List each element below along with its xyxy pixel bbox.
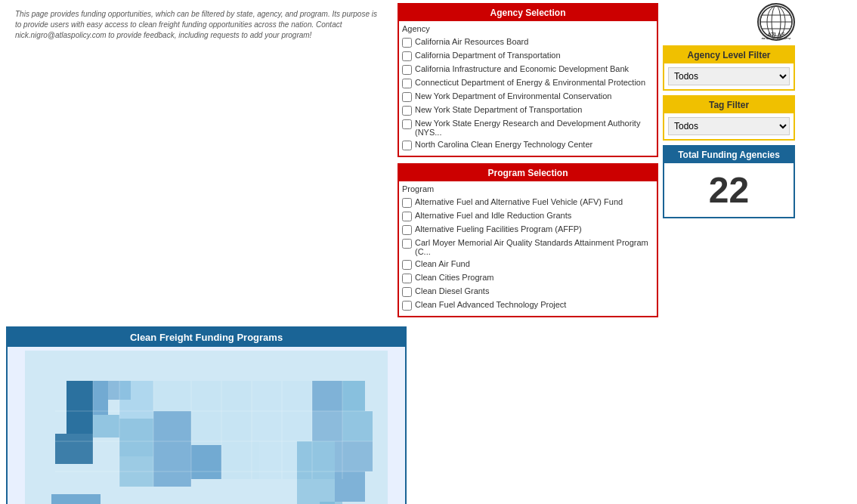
svg-marker-19 xyxy=(119,419,153,456)
tag-filter-title: Tag Filter xyxy=(664,97,794,113)
list-item: Congestion Mitigation and Air Quality Im… xyxy=(402,312,654,313)
map-container: Clean Freight Funding Programs xyxy=(6,326,407,504)
list-item: California Infrastructure and Economic D… xyxy=(402,63,654,76)
svg-text:ATLAS: ATLAS xyxy=(768,32,785,37)
svg-marker-13 xyxy=(55,434,93,464)
program-selection-title: Program Selection xyxy=(399,165,657,181)
svg-marker-26 xyxy=(282,411,312,441)
svg-marker-41 xyxy=(51,494,101,504)
svg-marker-37 xyxy=(335,441,373,472)
svg-marker-18 xyxy=(221,381,252,411)
list-item: California Air Resources Board xyxy=(402,36,654,49)
agency-selection-box: Agency Selection Agency California Air R… xyxy=(398,3,658,157)
list-item: North Carolina Department of Environment… xyxy=(402,152,654,153)
list-item: New York State Department of Transportat… xyxy=(402,104,654,117)
list-item: Alternative Fuel and Idle Reduction Gran… xyxy=(402,209,654,223)
svg-marker-30 xyxy=(342,411,373,441)
svg-marker-35 xyxy=(259,441,297,479)
svg-marker-27 xyxy=(312,381,342,411)
program-label: Program xyxy=(402,184,654,193)
svg-marker-11 xyxy=(93,381,108,415)
svg-text:PUBLIC POLICY: PUBLIC POLICY xyxy=(762,37,791,39)
svg-marker-15 xyxy=(119,381,153,419)
svg-marker-14 xyxy=(93,415,119,438)
svg-marker-39 xyxy=(335,472,365,502)
agency-filter-select[interactable]: Todos xyxy=(668,67,790,85)
svg-marker-36 xyxy=(297,441,335,479)
list-item: Connecticut Department of Energy & Envir… xyxy=(402,76,654,90)
list-item: Clean Cities Program xyxy=(402,271,654,285)
svg-marker-23 xyxy=(252,411,282,441)
list-item: Alternative Fuel and Alternative Fuel Ve… xyxy=(402,196,654,209)
svg-marker-38 xyxy=(297,479,335,504)
list-item: Clean Fuel Advanced Technology Project xyxy=(402,298,654,312)
tag-filter-select[interactable]: Todos xyxy=(668,117,790,135)
list-item: Clean Diesel Grants xyxy=(402,285,654,298)
total-funding-title: Total Funding Agencies xyxy=(664,147,794,163)
agency-label: Agency xyxy=(402,24,654,33)
svg-marker-20 xyxy=(153,411,191,456)
us-map-svg xyxy=(14,351,399,504)
list-item: Carl Moyer Memorial Air Quality Standard… xyxy=(402,237,654,258)
svg-marker-28 xyxy=(342,381,365,411)
agency-filter-title: Agency Level Filter xyxy=(664,47,794,63)
map-title: Clean Freight Funding Programs xyxy=(8,328,405,347)
tag-filter-box: Tag Filter Todos xyxy=(663,95,795,141)
list-item: North Carolina Clean Energy Technology C… xyxy=(402,138,654,152)
program-selection-box: Program Selection Program Alternative Fu… xyxy=(398,163,658,317)
map-body xyxy=(8,347,405,504)
svg-marker-10 xyxy=(67,381,93,434)
list-item: Alternative Fueling Facilities Program (… xyxy=(402,223,654,237)
svg-marker-25 xyxy=(282,381,312,411)
list-item: Clean Air Fund xyxy=(402,258,654,271)
atlas-logo: ATLAS PUBLIC POLICY xyxy=(757,3,795,41)
svg-marker-24 xyxy=(252,381,282,411)
list-item: New York Department of Environmental Con… xyxy=(402,90,654,104)
list-item: California Department of Transportation xyxy=(402,49,654,63)
program-list[interactable]: Alternative Fuel and Alternative Fuel Ve… xyxy=(402,196,654,313)
svg-marker-16 xyxy=(153,381,191,411)
total-funding-box: Total Funding Agencies 22 xyxy=(663,145,795,218)
svg-marker-29 xyxy=(312,411,342,441)
agency-list[interactable]: California Air Resources Board Californi… xyxy=(402,36,654,153)
agency-selection-title: Agency Selection xyxy=(399,5,657,21)
svg-marker-34 xyxy=(221,441,259,479)
info-text: This page provides funding opportunities… xyxy=(6,3,391,323)
svg-marker-22 xyxy=(221,411,252,441)
svg-marker-17 xyxy=(191,381,221,411)
list-item: New York State Energy Research and Devel… xyxy=(402,117,654,138)
agency-filter-box: Agency Level Filter Todos xyxy=(663,45,795,91)
svg-marker-33 xyxy=(191,445,221,479)
total-funding-count: 22 xyxy=(664,163,794,217)
svg-marker-21 xyxy=(191,411,221,445)
